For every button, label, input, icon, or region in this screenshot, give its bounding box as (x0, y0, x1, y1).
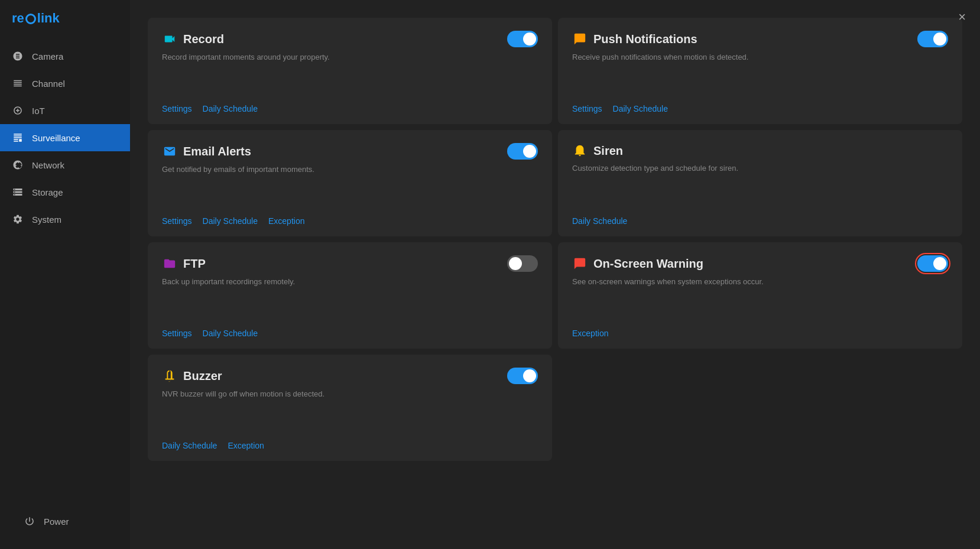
sidebar-label-network: Network (32, 160, 64, 170)
sidebar-item-camera[interactable]: Camera (0, 43, 130, 70)
sidebar-footer-label: Power (44, 516, 69, 527)
sidebar-item-storage[interactable]: Storage (0, 178, 130, 206)
card-ftp: FTP Back up important recordings remotel… (148, 242, 552, 349)
channel-icon (12, 77, 24, 89)
sidebar-nav: Camera Channel IoT Surveillance (0, 40, 130, 498)
ftp-links: Settings Daily Schedule (162, 329, 538, 338)
ftp-title: FTP (183, 257, 206, 271)
card-push-notifications: Push Notifications Receive push notifica… (558, 18, 962, 124)
record-icon (162, 31, 177, 47)
warning-desc: See on-screen warnings when system excep… (572, 277, 948, 287)
sidebar-item-system[interactable]: System (0, 206, 130, 233)
email-exception-link[interactable]: Exception (268, 216, 304, 226)
push-desc: Receive push notifications when motion i… (572, 52, 948, 63)
system-icon (12, 213, 24, 225)
buzzer-toggle[interactable] (507, 368, 538, 384)
push-icon (572, 31, 588, 47)
record-toggle[interactable] (507, 31, 538, 47)
ftp-toggle[interactable] (507, 255, 538, 272)
warning-toggle[interactable] (917, 255, 948, 272)
sidebar-label-surveillance: Surveillance (32, 133, 80, 143)
iot-icon (12, 105, 24, 116)
camera-icon (12, 50, 24, 62)
sidebar-item-channel[interactable]: Channel (0, 70, 130, 97)
surveillance-icon (12, 132, 24, 144)
warning-exception-link[interactable]: Exception (572, 329, 608, 338)
sidebar-item-surveillance[interactable]: Surveillance (0, 124, 130, 151)
record-schedule-link[interactable]: Daily Schedule (203, 104, 258, 113)
email-desc: Get notified by emails of important mome… (162, 164, 538, 175)
ftp-settings-link[interactable]: Settings (162, 329, 192, 338)
reolink-logo: re link (12, 11, 60, 26)
record-desc: Record important moments around your pro… (162, 52, 538, 63)
sidebar-label-iot: IoT (32, 106, 45, 116)
main-content: × Record Record important moments around… (130, 0, 980, 549)
card-on-screen-warning: On-Screen Warning See on-screen warnings… (558, 242, 962, 349)
sidebar-footer: Power (0, 498, 130, 549)
sidebar-item-power[interactable]: Power (12, 508, 118, 535)
network-icon (12, 159, 24, 171)
email-icon (162, 144, 177, 159)
sidebar: re link Camera Channel IoT (0, 0, 130, 549)
record-title: Record (183, 33, 224, 46)
buzzer-links: Daily Schedule Exception (162, 441, 538, 450)
siren-desc: Customize detection type and schedule fo… (572, 163, 948, 174)
buzzer-schedule-link[interactable]: Daily Schedule (162, 441, 217, 450)
sidebar-label-storage: Storage (32, 187, 63, 197)
sidebar-item-iot[interactable]: IoT (0, 97, 130, 124)
email-settings-link[interactable]: Settings (162, 216, 192, 226)
buzzer-title: Buzzer (183, 369, 222, 383)
cards-grid: Record Record important moments around y… (148, 18, 962, 461)
push-schedule-link[interactable]: Daily Schedule (613, 104, 668, 113)
buzzer-desc: NVR buzzer will go off when motion is de… (162, 389, 538, 399)
card-buzzer: Buzzer NVR buzzer will go off when motio… (148, 355, 552, 461)
siren-links: Daily Schedule (572, 216, 948, 226)
ftp-icon (162, 256, 177, 271)
push-toggle[interactable] (917, 31, 948, 47)
warning-title: On-Screen Warning (593, 257, 703, 271)
push-settings-link[interactable]: Settings (572, 104, 602, 113)
ftp-desc: Back up important recordings remotely. (162, 277, 538, 287)
push-title: Push Notifications (593, 33, 697, 46)
buzzer-exception-link[interactable]: Exception (228, 441, 264, 450)
sidebar-label-channel: Channel (32, 79, 65, 89)
sidebar-label-system: System (32, 215, 61, 225)
siren-icon (572, 143, 588, 158)
storage-icon (12, 186, 24, 198)
logo-area: re link (0, 0, 130, 40)
card-email-alerts: Email Alerts Get notified by emails of i… (148, 130, 552, 236)
record-links: Settings Daily Schedule (162, 104, 538, 113)
power-icon (24, 515, 35, 527)
email-schedule-link[interactable]: Daily Schedule (203, 216, 258, 226)
email-title: Email Alerts (183, 145, 251, 158)
warning-icon (572, 256, 588, 271)
siren-title: Siren (593, 144, 623, 158)
email-toggle[interactable] (507, 143, 538, 160)
sidebar-label-camera: Camera (32, 51, 63, 61)
ftp-schedule-link[interactable]: Daily Schedule (203, 329, 258, 338)
email-links: Settings Daily Schedule Exception (162, 216, 538, 226)
card-record: Record Record important moments around y… (148, 18, 552, 124)
sidebar-item-network[interactable]: Network (0, 151, 130, 178)
buzzer-icon (162, 368, 177, 384)
warning-links: Exception (572, 329, 948, 338)
siren-schedule-link[interactable]: Daily Schedule (572, 216, 627, 226)
push-links: Settings Daily Schedule (572, 104, 948, 113)
card-siren: Siren Customize detection type and sched… (558, 130, 962, 236)
record-settings-link[interactable]: Settings (162, 104, 192, 113)
close-button[interactable]: × (958, 11, 966, 24)
